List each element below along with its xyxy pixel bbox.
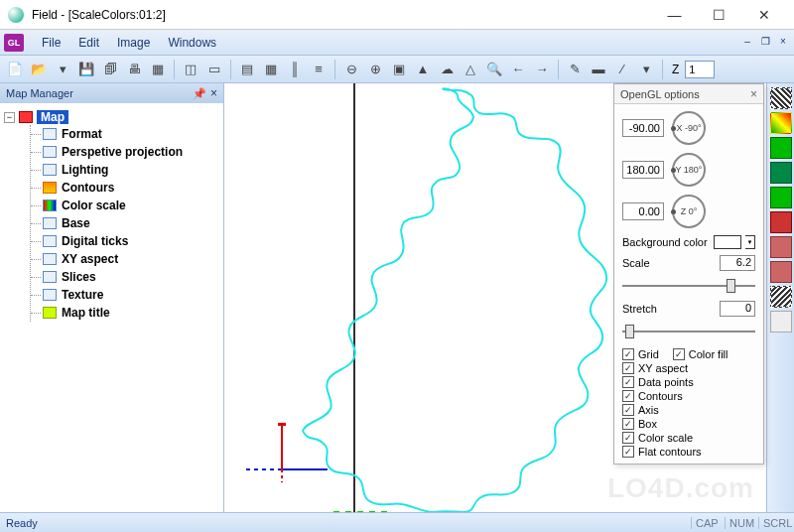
tree-item-color-scale[interactable]: Color scale [43, 197, 219, 214]
table2-icon[interactable]: ▦ [260, 59, 282, 80]
tree-item-contours[interactable]: Contours [43, 179, 219, 197]
rot-y-dial[interactable]: Y 180° [672, 153, 706, 187]
opengl-panel-header[interactable]: OpenGL options × [614, 84, 763, 104]
perspective-icon[interactable]: ▲ [412, 59, 434, 80]
stretch-slider[interactable] [622, 323, 755, 340]
hlines-icon[interactable]: ≡ [308, 59, 330, 80]
next-icon[interactable]: → [531, 59, 553, 80]
opengl-options-panel: OpenGL options × -90.00 X -90° 180.00 Y … [613, 83, 764, 465]
brush-icon[interactable]: ✎ [564, 59, 586, 80]
menu-windows[interactable]: Windows [160, 33, 224, 53]
grid-icon[interactable]: ▦ [147, 59, 169, 80]
select-all-icon[interactable]: ◫ [180, 59, 201, 80]
prev-icon[interactable]: ← [507, 59, 529, 80]
print-icon[interactable]: 🖶 [123, 59, 145, 80]
tree-item-digital-ticks[interactable]: Digital ticks [43, 232, 219, 250]
scale-value[interactable]: 6.2 [720, 255, 755, 271]
window-maximize-button[interactable]: ☐ [697, 1, 741, 29]
tree-item-icon [43, 164, 57, 176]
rot-x-value[interactable]: -90.00 [622, 119, 664, 137]
window-minimize-button[interactable]: — [652, 1, 697, 29]
bg-color-dropdown-icon[interactable]: ▼ [745, 235, 755, 249]
rot-z-dial[interactable]: Z 0° [672, 195, 706, 228]
selection-icon[interactable]: ▭ [203, 59, 225, 80]
cube-red-icon[interactable] [770, 211, 792, 233]
menu-bar: GL File Edit Image Windows – ❐ × [0, 30, 794, 56]
map-tree: − Map FormatPerspetive projectionLightin… [0, 103, 223, 512]
bg-color-swatch[interactable] [714, 235, 741, 249]
line-icon[interactable]: ∕ [611, 59, 633, 80]
chk-axis[interactable]: ✓ [622, 404, 634, 416]
tree-item-label: Digital ticks [62, 234, 128, 248]
tree-collapse-icon[interactable]: − [4, 112, 15, 123]
table-icon[interactable]: ▤ [236, 59, 258, 80]
wireframe-icon[interactable] [770, 87, 792, 109]
main-area: Map Manager 📌 × − Map FormatPerspetive p… [0, 83, 794, 512]
chk-data-points[interactable]: ✓ [622, 376, 634, 388]
tree-item-map-title[interactable]: Map title [43, 304, 219, 322]
tree-item-base[interactable]: Base [43, 214, 219, 232]
new-icon[interactable]: 📄 [4, 59, 26, 80]
magnify-icon[interactable]: 🔍 [483, 59, 505, 80]
mesh-icon[interactable]: △ [460, 59, 481, 80]
mdi-restore-icon[interactable]: ❐ [758, 36, 772, 50]
chk-flat-contours[interactable]: ✓ [622, 446, 634, 458]
chk-contours[interactable]: ✓ [622, 390, 634, 402]
save-icon[interactable]: 💾 [75, 59, 97, 80]
tree-item-xy-aspect[interactable]: XY aspect [43, 250, 219, 268]
scale-label: Scale [622, 257, 716, 269]
fit-icon[interactable]: ▣ [388, 59, 410, 80]
rot-x-dial[interactable]: X -90° [672, 111, 706, 145]
zoomin-icon[interactable]: ⊕ [364, 59, 386, 80]
copy-icon[interactable]: 🗐 [99, 59, 121, 80]
dropdown-icon[interactable]: ▾ [52, 59, 73, 80]
tree-item-icon [43, 289, 57, 301]
chk-color-scale[interactable]: ✓ [622, 432, 634, 444]
chk-color-fill[interactable]: ✓ [673, 348, 685, 360]
chk-grid[interactable]: ✓ [622, 348, 634, 360]
mdi-close-icon[interactable]: × [776, 36, 790, 50]
gl-badge-icon: GL [4, 34, 24, 52]
tree-item-slices[interactable]: Slices [43, 268, 219, 286]
open-icon[interactable]: 📂 [28, 59, 50, 80]
tree-item-label: Perspetive projection [62, 145, 183, 159]
menu-edit[interactable]: Edit [70, 33, 107, 53]
cube-green-icon[interactable] [770, 137, 792, 159]
tree-item-texture[interactable]: Texture [43, 286, 219, 304]
color-gradient-icon[interactable] [770, 112, 792, 134]
rot-y-value[interactable]: 180.00 [622, 161, 664, 179]
tree-root-map[interactable]: − Map [4, 109, 219, 125]
stretch-value[interactable]: 0 [720, 301, 755, 317]
panel-close-icon[interactable]: × [210, 86, 217, 100]
window-close-button[interactable]: ✕ [741, 1, 786, 29]
hatch-icon[interactable] [770, 286, 792, 308]
tree-item-icon [43, 253, 57, 265]
zoomout-icon[interactable]: ⊖ [340, 59, 362, 80]
color-icon[interactable]: ▬ [588, 59, 609, 80]
blank-icon[interactable] [770, 311, 792, 332]
status-ready: Ready [6, 517, 38, 529]
opengl-panel-close-icon[interactable]: × [750, 87, 757, 101]
cube-red3-icon[interactable] [770, 261, 792, 283]
contour-icon[interactable]: ☁ [436, 59, 458, 80]
menu-file[interactable]: File [34, 33, 68, 53]
status-scrl: SCRL [758, 517, 788, 529]
mdi-minimize-icon[interactable]: – [740, 36, 754, 50]
cube-teal-icon[interactable] [770, 162, 792, 184]
app-icon [8, 7, 24, 23]
linedd-icon[interactable]: ▾ [635, 59, 657, 80]
tree-item-label: XY aspect [62, 252, 118, 266]
tree-item-format[interactable]: Format [43, 125, 219, 143]
menu-image[interactable]: Image [109, 33, 158, 53]
rot-z-value[interactable]: 0.00 [622, 202, 664, 220]
tree-item-perspetive-projection[interactable]: Perspetive projection [43, 143, 219, 161]
chk-xy-aspect[interactable]: ✓ [622, 362, 634, 374]
scale-slider[interactable] [622, 277, 755, 295]
cube-green2-icon[interactable] [770, 187, 792, 208]
cube-red2-icon[interactable] [770, 236, 792, 258]
vlines-icon[interactable]: ║ [284, 59, 306, 80]
chk-box[interactable]: ✓ [622, 418, 634, 430]
pin-icon[interactable]: 📌 [193, 87, 206, 100]
z-level-input[interactable] [685, 61, 715, 78]
tree-item-lighting[interactable]: Lighting [43, 161, 219, 179]
